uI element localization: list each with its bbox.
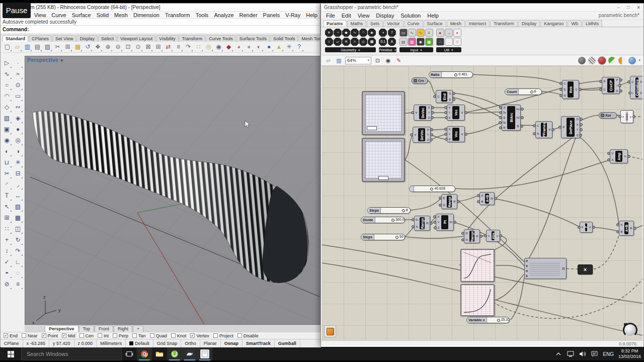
block-icon[interactable]: ▩	[13, 213, 23, 223]
category-tab[interactable]: Display	[518, 20, 540, 27]
preview-settings-icon[interactable]	[628, 57, 636, 64]
mirror-icon[interactable]: ◫	[13, 224, 23, 234]
viewport-tab[interactable]: +	[133, 325, 143, 332]
box-param-icon[interactable]: ◇	[359, 38, 367, 46]
pan-icon[interactable]: ❖	[93, 42, 103, 52]
status-cell[interactable]: y 57.420	[49, 339, 74, 347]
undo-icon[interactable]: ↺	[83, 42, 93, 52]
value-list-icon[interactable]: ≡	[425, 29, 433, 37]
polygon-icon[interactable]: ◇	[2, 102, 12, 113]
osnap-toggle[interactable]: Vertex	[190, 333, 209, 338]
trim-icon[interactable]: ✂	[2, 168, 12, 179]
image-sampler-icon[interactable]: ∿	[417, 29, 425, 37]
osnap-toggle[interactable]: Tan	[132, 333, 146, 338]
boolean-union-icon[interactable]: ◐	[2, 146, 12, 157]
grasshopper-menu-item[interactable]: Help	[427, 13, 439, 19]
param-viewer-icon[interactable]: ∴	[436, 38, 444, 46]
shade-icon[interactable]: ◆	[224, 42, 233, 52]
rhino-toolbar-tab[interactable]: Curve Tools	[206, 35, 235, 42]
category-tab[interactable]: Params	[323, 20, 347, 27]
palette-group-label[interactable]: Geometry	[325, 47, 376, 52]
vector-xyz-1[interactable]: XYZVecV	[447, 105, 465, 121]
crv-param[interactable]: Crv	[412, 77, 428, 84]
dimension-icon[interactable]: ↔	[13, 191, 23, 201]
rhino-titlebar[interactable]: bench.3dm (255 KB) - Rhinoceros Corporat…	[1, 4, 320, 12]
category-tab[interactable]: LMNts	[582, 20, 602, 27]
range-node-3[interactable]: DNRangeR	[464, 229, 480, 243]
status-cell[interactable]: Millimeters	[97, 339, 126, 347]
rhino-toolbar-tab[interactable]: CPlanes	[29, 35, 52, 42]
sphere-gray-icon[interactable]: ●	[244, 42, 254, 52]
data-input-icon[interactable]: →	[445, 38, 453, 46]
sphere-blue-icon[interactable]: ●	[264, 42, 274, 52]
viewport-tab[interactable]: Right	[114, 325, 132, 332]
variable-slider[interactable]: Variable x25.325	[466, 317, 510, 323]
osnap-toggle[interactable]: Point	[42, 333, 58, 338]
join-icon[interactable]: ⊔	[2, 157, 12, 168]
leader-icon[interactable]: ↖	[2, 202, 12, 212]
rebuild-curve-node[interactable]: CDNRebC	[562, 80, 579, 99]
status-cell[interactable]: Gumball	[275, 339, 300, 347]
rotate-icon[interactable]: ↷	[184, 42, 193, 52]
zoom-selected-icon[interactable]: ⊙	[133, 42, 143, 52]
category-tab[interactable]: Surface	[424, 20, 446, 27]
steps-slider-2[interactable]: Steps50	[361, 234, 405, 240]
osnap-toggle[interactable]: End	[4, 333, 18, 338]
rhino-menu-item[interactable]: Curve	[51, 12, 66, 18]
resize-grip[interactable]: ⋮⋮	[635, 342, 642, 346]
zoom-in-icon[interactable]: ⊕	[103, 42, 113, 52]
category-tab[interactable]: Vector	[383, 20, 404, 27]
grasshopper-titlebar[interactable]: Grasshopper - parametric bench* – □ ✕	[321, 4, 643, 12]
rhino-toolbar-tab[interactable]: Visibility	[156, 35, 178, 42]
sketch-tool-icon[interactable]: ✎	[394, 56, 403, 65]
vray-icon[interactable]: ▲	[274, 42, 284, 52]
rhino-toolbar-tab[interactable]: Solid Tools	[270, 35, 298, 42]
curve-param-icon[interactable]: ◔	[334, 29, 342, 37]
canvas-compass[interactable]	[623, 323, 637, 337]
selected-only-preview-icon[interactable]	[608, 57, 616, 64]
arc-icon[interactable]: ◠	[2, 91, 12, 102]
biarc-node[interactable]: STsETeRBiArcA1A2B	[502, 105, 521, 131]
grasshopper-menu-item[interactable]: View	[358, 13, 370, 19]
open-file-icon[interactable]: ▱	[13, 42, 22, 52]
osnap-toggle[interactable]: Cen	[79, 333, 94, 338]
addition-node-top[interactable]: ABA+BR	[479, 192, 495, 205]
text-icon[interactable]: T	[2, 191, 12, 201]
vector-xyz-2[interactable]: XYZVecV	[447, 126, 465, 142]
point-icon[interactable]: ·	[13, 58, 23, 68]
split-icon[interactable]: ⊟	[13, 168, 23, 179]
expression-node[interactable]: R	[524, 258, 567, 279]
open-document-icon[interactable]: ▱	[324, 56, 333, 65]
checkbox[interactable]	[22, 333, 26, 338]
status-cell[interactable]: x -63.285	[23, 339, 50, 347]
chamfer-icon[interactable]: ◞	[13, 179, 23, 190]
osnap-toggle[interactable]: Int	[98, 333, 109, 338]
language-indicator[interactable]: ENG	[603, 351, 614, 357]
rhinoceros-taskbar-button[interactable]	[182, 347, 197, 360]
mesh-param-icon[interactable]: ✳	[342, 38, 350, 46]
lock-object-icon[interactable]: ⊘	[2, 279, 12, 290]
group-icon[interactable]: ⊞	[2, 213, 12, 223]
checkbox[interactable]	[237, 333, 242, 338]
circle-param-icon[interactable]: ○	[325, 38, 333, 46]
volume-icon[interactable]	[579, 350, 586, 358]
category-tab[interactable]: Curve	[404, 20, 423, 27]
save-document-icon[interactable]: ▥	[335, 56, 343, 65]
rhino-menu-item[interactable]: Tools	[196, 12, 209, 18]
task-view-button[interactable]	[122, 347, 137, 360]
range-node-2[interactable]: DNRangeR	[414, 216, 430, 231]
layers-icon[interactable]: ≡	[13, 279, 23, 290]
rect-param-icon[interactable]: ≈	[351, 38, 359, 46]
tube-icon[interactable]: ◎	[13, 135, 23, 146]
circle-icon[interactable]: ○	[2, 80, 12, 90]
gradient-icon[interactable]: ▥	[408, 38, 416, 46]
category-tab[interactable]: Kangaroo	[540, 20, 567, 27]
osnap-toggle[interactable]: Perp	[113, 333, 128, 338]
cylinder-icon[interactable]: ◉	[2, 135, 12, 146]
rhino-toolbar-tab[interactable]: Display	[76, 35, 98, 42]
grasshopper-menu-item[interactable]: Edit	[342, 13, 351, 19]
sphere-dark-icon[interactable]: ◐	[254, 42, 264, 52]
rhino-menu-item[interactable]: Mesh	[114, 12, 128, 18]
cherry-picker-icon[interactable]: ●	[436, 29, 444, 37]
status-cell[interactable]: SmartTrack	[243, 339, 275, 347]
